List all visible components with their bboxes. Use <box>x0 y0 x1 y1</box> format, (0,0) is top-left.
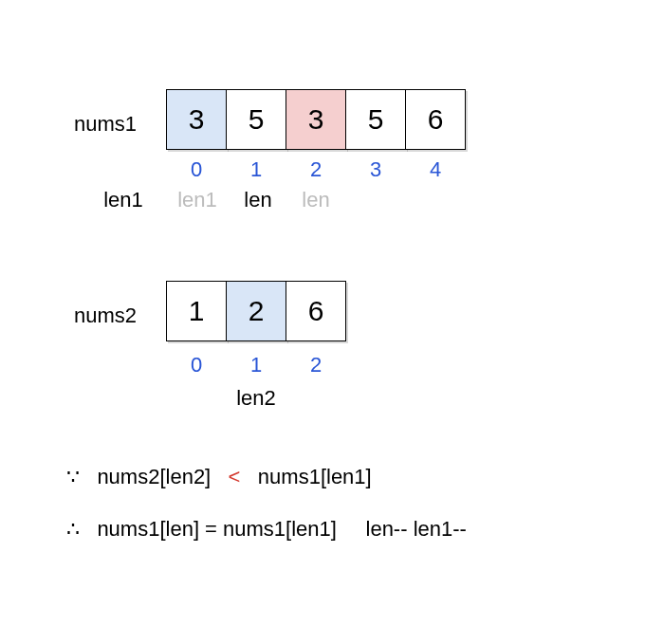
nums1-ptr-3: len <box>286 188 345 212</box>
nums1-index-4: 4 <box>405 157 466 182</box>
nums1-ptr-1: len1 <box>165 188 230 212</box>
nums1-cell-0: 3 <box>166 89 227 150</box>
nums1-ptr-0: len1 <box>81 188 166 212</box>
statement-therefore: ∴ nums1[len] = nums1[len1] len-- len1-- <box>66 517 467 542</box>
nums1-label: nums1 <box>74 112 137 137</box>
nums1-index-2: 2 <box>286 157 346 182</box>
nums2-pointer-len2: len2 <box>226 386 286 411</box>
nums1-cell-3: 5 <box>345 89 406 150</box>
nums1-pointers: len1 len1 len len <box>81 188 404 212</box>
nums1-cell-4: 6 <box>405 89 466 150</box>
nums1-cell-2: 3 <box>286 89 346 150</box>
nums2-index-2: 2 <box>286 353 346 377</box>
because-right: nums1[len1] <box>258 465 372 488</box>
nums1-indices: 0 1 2 3 4 <box>166 157 465 182</box>
statement-because: ∵ nums2[len2] < nums1[len1] <box>66 465 372 489</box>
nums2-cell-1: 2 <box>226 281 286 341</box>
nums2-cells: 1 2 6 <box>166 281 345 341</box>
nums2-indices: 0 1 2 <box>166 353 345 377</box>
nums1-ptr-2: len <box>229 188 287 212</box>
nums1-index-1: 1 <box>226 157 286 182</box>
nums2-index-1: 1 <box>226 353 286 377</box>
nums2-index-0: 0 <box>166 353 227 377</box>
nums2-label: nums2 <box>74 304 137 328</box>
nums2-cell-2: 6 <box>286 281 346 341</box>
nums1-cell-1: 5 <box>226 89 286 150</box>
because-symbol: ∵ <box>66 465 80 488</box>
nums1-ptr-4 <box>344 188 405 212</box>
therefore-tail: len-- len1-- <box>366 517 467 541</box>
nums1-index-3: 3 <box>345 157 406 182</box>
nums1-cells: 3 5 3 5 6 <box>166 89 465 150</box>
because-op: < <box>229 465 241 488</box>
nums1-index-0: 0 <box>166 157 227 182</box>
nums2-cell-0: 1 <box>166 281 227 341</box>
therefore-symbol: ∴ <box>66 517 80 541</box>
because-left: nums2[len2] <box>97 465 211 488</box>
therefore-main: nums1[len] = nums1[len1] <box>97 517 337 541</box>
